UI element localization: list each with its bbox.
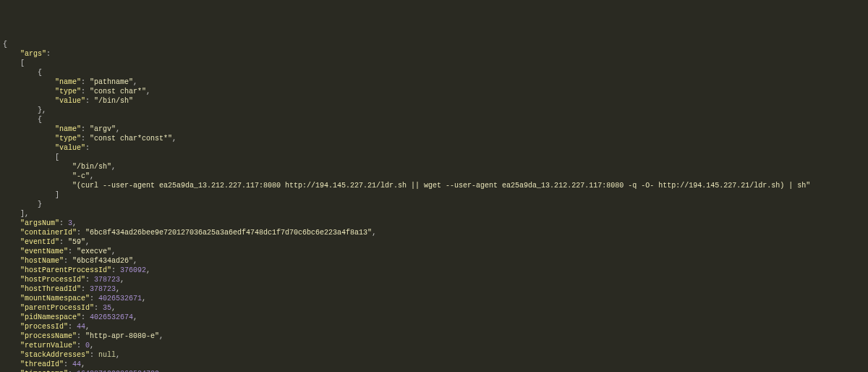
json-key: "value" <box>55 97 85 105</box>
json-key: "hostParentProcessId" <box>20 266 111 274</box>
json-key: "name" <box>55 125 81 133</box>
json-punct: , <box>120 276 124 284</box>
json-key: "parentProcessId" <box>20 304 94 312</box>
json-number: 4026532674 <box>90 313 133 321</box>
json-key: "processId" <box>20 323 68 331</box>
json-punct: : <box>59 238 68 246</box>
json-punct: : <box>111 266 120 274</box>
json-punct: : <box>68 323 77 331</box>
code-line: "processName": "http-apr-8080-e", <box>3 331 865 341</box>
json-punct: : <box>90 295 98 303</box>
code-line: [ <box>3 153 865 162</box>
code-line: "value": "/bin/sh" <box>3 96 865 106</box>
json-punct: , <box>111 163 116 171</box>
json-key: "processName" <box>20 332 77 340</box>
json-punct: , <box>85 323 90 331</box>
json-punct: , <box>146 266 150 274</box>
json-punct: : <box>46 50 51 58</box>
json-punct: : <box>81 313 90 321</box>
code-line: { <box>3 115 865 124</box>
json-punct: , <box>72 219 77 227</box>
json-punct: , <box>111 304 116 312</box>
json-key: "args" <box>20 50 46 58</box>
json-key: "type" <box>55 135 81 143</box>
json-string: "argv" <box>90 125 116 133</box>
code-line: "type": "const char*", <box>3 87 865 96</box>
code-line: "/bin/sh", <box>3 162 865 172</box>
json-punct: : <box>64 360 72 368</box>
code-line: "eventName": "execve", <box>3 247 865 256</box>
code-line: "mountNamespace": 4026532671, <box>3 294 865 303</box>
json-punct: : <box>77 342 85 350</box>
json-key: "eventId" <box>20 238 59 246</box>
code-line: "returnValue": 0, <box>3 341 865 350</box>
json-punct: }, <box>38 106 46 114</box>
json-code-block: { "args": [ { "name": "pathname", "type"… <box>3 40 865 372</box>
code-line: "type": "const char*const*", <box>3 134 865 143</box>
code-line: "pidNamespace": 4026532674, <box>3 313 865 322</box>
json-number: 378723 <box>90 285 116 293</box>
code-line: "args": <box>3 49 865 59</box>
json-string: "-c" <box>72 172 90 180</box>
json-punct: : <box>77 229 85 237</box>
json-string: "http-apr-8080-e" <box>85 332 159 340</box>
json-punct: , <box>111 248 116 255</box>
json-key: "value" <box>55 144 85 152</box>
json-punct: : <box>85 144 90 152</box>
json-string: "const char*" <box>90 88 146 96</box>
json-punct: : <box>81 88 90 96</box>
code-line: "hostThreadId": 378723, <box>3 284 865 294</box>
json-punct: , <box>146 88 150 96</box>
json-punct: , <box>116 285 120 293</box>
json-key: "argsNum" <box>20 219 59 227</box>
json-punct: : <box>90 351 98 359</box>
json-key: "returnValue" <box>20 342 77 350</box>
json-key: "mountNamespace" <box>20 295 90 303</box>
json-punct: : <box>81 135 90 143</box>
code-line: "(curl --user-agent ea25a9da_13.212.227.… <box>3 181 865 190</box>
json-number: 376092 <box>120 266 146 274</box>
json-punct: : <box>68 248 77 255</box>
json-punct: , <box>90 172 94 180</box>
json-key: "stackAddresses" <box>20 351 90 359</box>
code-line: "containerId": "6bc8f434ad26bee9e7201270… <box>3 228 865 237</box>
code-line: [ <box>3 59 865 68</box>
json-punct: , <box>133 78 137 86</box>
code-line: "name": "argv", <box>3 124 865 134</box>
code-line: "value": <box>3 143 865 153</box>
json-key: "hostThreadId" <box>20 285 81 293</box>
json-string: "(curl --user-agent ea25a9da_13.212.227.… <box>72 182 810 190</box>
code-line: "stackAddresses": null, <box>3 350 865 360</box>
code-line: "eventId": "59", <box>3 237 865 247</box>
json-key: "hostProcessId" <box>20 276 85 284</box>
json-key: "name" <box>55 78 81 86</box>
json-punct: : <box>77 332 85 340</box>
json-punct: : <box>85 97 94 105</box>
json-string: "6bc8f434ad26" <box>72 257 133 265</box>
json-number: 378723 <box>94 276 120 284</box>
code-line: ] <box>3 190 865 200</box>
json-punct: { <box>3 41 7 48</box>
json-punct: [ <box>55 153 59 161</box>
json-string: "execve" <box>77 248 111 255</box>
json-punct: : <box>81 285 90 293</box>
json-number: 35 <box>103 304 111 312</box>
json-number: 4026532671 <box>98 295 142 303</box>
json-punct: { <box>38 116 42 124</box>
json-key: "hostName" <box>20 257 64 265</box>
json-punct: , <box>133 313 137 321</box>
json-key: "type" <box>55 88 81 96</box>
json-punct: , <box>172 135 176 143</box>
json-number: 44 <box>72 360 81 368</box>
json-string: "const char*const*" <box>90 135 172 143</box>
json-punct: ], <box>20 210 29 218</box>
code-line: "timestamp": 1642871999362524729, <box>3 369 865 372</box>
json-string: "59" <box>68 238 85 246</box>
json-key: "threadId" <box>20 360 64 368</box>
code-line: "argsNum": 3, <box>3 219 865 228</box>
json-punct: , <box>81 360 85 368</box>
json-punct: ] <box>55 191 59 199</box>
code-line: "hostParentProcessId": 376092, <box>3 266 865 275</box>
json-key: "pidNamespace" <box>20 313 81 321</box>
json-punct: { <box>38 69 42 77</box>
